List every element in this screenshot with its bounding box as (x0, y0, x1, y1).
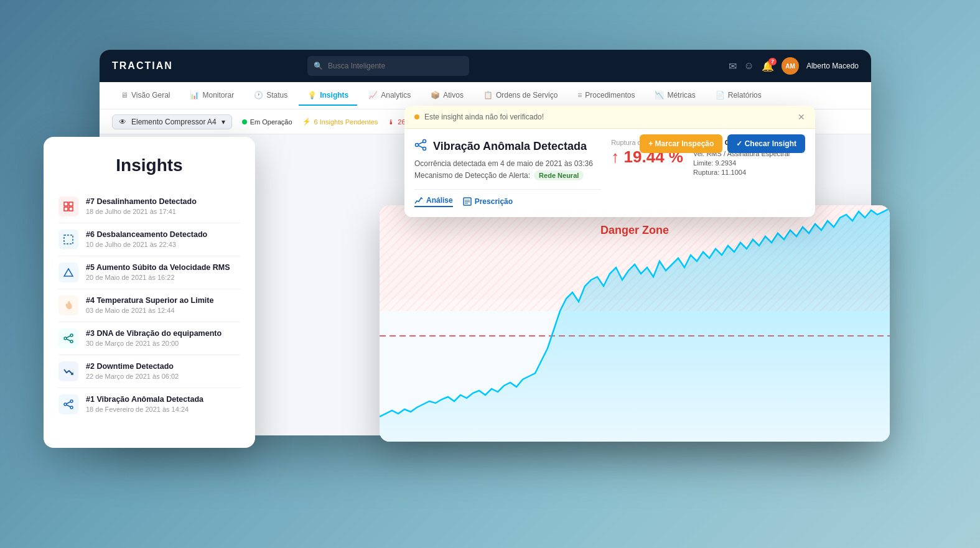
tab-analise[interactable]: Análise (414, 196, 453, 207)
vibration-icon (414, 139, 427, 154)
insight-title-4: #4 Temperatura Superior ao Limite (86, 295, 240, 305)
svg-rect-4 (64, 235, 73, 244)
eye-icon: 👁 (119, 118, 126, 126)
svg-point-10 (64, 403, 67, 406)
notification-icon[interactable]: 🔔 7 (762, 60, 774, 72)
insight-actions: + Marcar Inspeção ✓ Checar Insight (640, 134, 805, 153)
file-icon: 📄 (716, 91, 725, 100)
search-input[interactable] (328, 62, 463, 70)
insight-title-2: #2 Downtime Detectado (86, 361, 240, 371)
insight-detail-card: Este insight ainda não foi verificado! ✕… (404, 106, 815, 217)
svg-point-5 (64, 337, 67, 340)
warning-close-button[interactable]: ✕ (798, 112, 805, 122)
nav-item-insights[interactable]: 💡 Insights (299, 86, 357, 106)
insight-detail-name: Vibração Anômala Detectada (433, 140, 587, 153)
insight-icon-4 (58, 295, 78, 315)
insight-icon-5 (58, 262, 78, 282)
mechanism-label: Mecanismo de Detecção de Alerta: (414, 171, 530, 180)
insight-item-1[interactable]: #1 Vibração Anômala Detectada 18 de Feve… (58, 388, 240, 420)
svg-line-23 (419, 142, 423, 145)
insight-info-5: #5 Aumento Súbito da Velocidade RMS 20 d… (86, 262, 240, 281)
nav-item-analytics[interactable]: 📈 Analytics (360, 86, 419, 106)
insight-title-7: #7 Desalinhamento Detectado (86, 197, 240, 207)
corr-item-2: Ruptura: 11.1004 (693, 169, 805, 176)
nav-right: ✉ ☺ 🔔 7 AM Alberto Macedo (729, 57, 859, 75)
temp-icon: 🌡 (388, 118, 394, 126)
insight-info-7: #7 Desalinhamento Detectado 18 de Julho … (86, 197, 240, 215)
avatar: AM (782, 57, 799, 75)
clipboard-icon: 📋 (483, 91, 493, 100)
corr-item-1: Limite: 9.2934 (693, 159, 805, 167)
nav-item-ordens[interactable]: 📋 Ordens de Serviço (475, 86, 566, 106)
lightbulb-icon: 💡 (307, 91, 317, 100)
insight-item-5[interactable]: #5 Aumento Súbito da Velocidade RMS 20 d… (58, 256, 240, 289)
svg-rect-2 (64, 207, 68, 211)
chart-area: Danger Zone (380, 205, 890, 442)
insight-date-5: 20 de Maio de 2021 às 16:22 (86, 274, 240, 281)
email-icon[interactable]: ✉ (729, 60, 737, 72)
search-icon: 🔍 (314, 62, 323, 70)
svg-rect-1 (69, 202, 73, 206)
nav-item-relatorios[interactable]: 📄 Relatórios (707, 86, 770, 106)
insight-icon-3 (58, 328, 78, 348)
notification-badge: 7 (768, 58, 777, 65)
svg-point-21 (423, 140, 426, 143)
insight-detail-tabs: Análise Prescrição (414, 189, 601, 207)
insight-date-4: 03 de Maio de 2021 às 12:44 (86, 307, 240, 314)
nav-item-metricas[interactable]: 📉 Métricas (646, 86, 704, 106)
svg-line-24 (419, 146, 423, 148)
insight-item-7[interactable]: #7 Desalinhamento Detectado 18 de Julho … (58, 190, 240, 223)
insights-panel: Insights #7 Desalinhamento Detectado 18 … (44, 137, 255, 448)
activity-icon: 📊 (190, 91, 199, 100)
svg-point-20 (416, 144, 419, 147)
svg-line-13 (67, 402, 70, 404)
list-icon: ≡ (577, 91, 582, 100)
asset-selector[interactable]: 👁 Elemento Compressor A4 ▾ (112, 114, 232, 129)
settings-icon[interactable]: ☺ (744, 60, 754, 72)
svg-rect-3 (69, 207, 73, 211)
insight-warning-banner: Este insight ainda não foi verificado! ✕ (404, 106, 815, 129)
trending-icon: 📉 (655, 91, 664, 100)
nav-item-visao-geral[interactable]: 🖥 Visão Geral (112, 86, 179, 106)
insight-info-1: #1 Vibração Anômala Detectada 18 de Feve… (86, 394, 240, 413)
insight-info-6: #6 Desbalanceamento Detectado 10 de Julh… (86, 230, 240, 248)
danger-zone-label: Danger Zone (600, 224, 669, 237)
status-dot (242, 119, 247, 124)
chart-panel: Danger Zone (380, 205, 890, 442)
svg-line-8 (67, 336, 70, 338)
insight-detail-main: Vibração Anômala Detectada Ocorrência de… (414, 139, 601, 207)
tab-analise-label: Análise (426, 196, 453, 205)
chart-svg (380, 205, 890, 442)
insights-pending-badge: ⚡ 6 Insights Pendentes (302, 118, 378, 126)
insight-item-2[interactable]: #2 Downtime Detectado 22 de Março de 202… (58, 355, 240, 388)
bar-chart-icon: 📈 (368, 91, 378, 100)
insight-item-6[interactable]: #6 Desbalanceamento Detectado 10 de Julh… (58, 223, 240, 256)
insight-item-4[interactable]: #4 Temperatura Superior ao Limite 03 de … (58, 289, 240, 322)
svg-point-22 (423, 147, 426, 151)
warning-text: Este insight ainda não foi verificado! (424, 113, 544, 121)
search-bar[interactable]: 🔍 (307, 56, 469, 76)
insight-info-4: #4 Temperatura Superior ao Limite 03 de … (86, 295, 240, 314)
insight-occurrence: Ocorrência detectada em 4 de maio de 202… (414, 159, 601, 168)
svg-rect-0 (64, 202, 68, 206)
insight-date-7: 18 de Julho de 2021 às 17:41 (86, 208, 240, 215)
marcar-inspecao-button[interactable]: + Marcar Inspeção (640, 134, 722, 153)
svg-point-6 (70, 334, 73, 337)
svg-line-9 (67, 339, 70, 341)
insight-date-2: 22 de Março de 2021 às 06:02 (86, 373, 240, 380)
svg-point-11 (70, 400, 73, 402)
warning-dot (414, 114, 419, 119)
nav-item-procedimentos[interactable]: ≡ Procedimentos (569, 86, 643, 106)
tab-prescricao[interactable]: Prescrição (463, 196, 513, 207)
svg-line-14 (67, 405, 70, 407)
nav-item-monitorar[interactable]: 📊 Monitorar (181, 86, 243, 106)
checar-insight-button[interactable]: ✓ Checar Insight (727, 134, 805, 153)
chevron-down-icon: ▾ (222, 118, 225, 126)
asset-name: Elemento Compressor A4 (131, 118, 217, 126)
nav-item-status[interactable]: 🕐 Status (245, 86, 296, 106)
svg-point-7 (70, 340, 73, 343)
insight-item-3[interactable]: #3 DNA de Vibração do equipamento 30 de … (58, 322, 240, 355)
insight-icon-6 (58, 230, 78, 249)
clock-icon: 🕐 (254, 91, 263, 100)
nav-item-ativos[interactable]: 📦 Ativos (422, 86, 472, 106)
